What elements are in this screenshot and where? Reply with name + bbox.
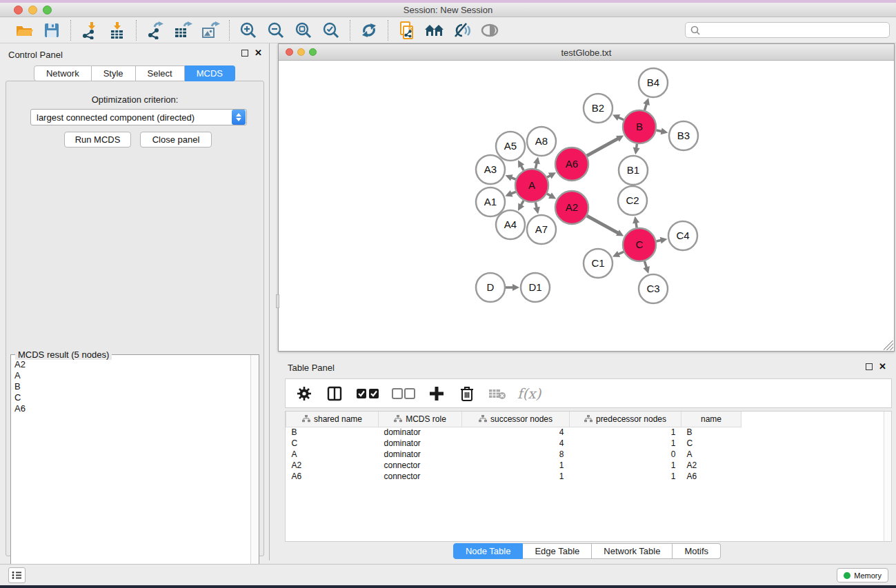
mcds-result-list[interactable]: A2ABCA6 [12,359,250,588]
tab-edge-table[interactable]: Edge Table [523,543,592,559]
table-row[interactable]: A2connector11A2 [286,460,741,471]
table-row[interactable]: Bdominator41B [286,427,741,438]
table-cell: dominator [379,427,462,438]
table-cell: connector [379,460,462,471]
result-item[interactable]: C [14,392,250,403]
plus-icon [429,386,444,401]
network-canvas[interactable]: B4B2BB3A8A5A6A3B1AC2A1A2A4A7C4CC1DD1C3 [279,61,894,351]
list-icon [12,571,22,580]
export-image-button[interactable] [199,20,221,41]
show-column-button[interactable] [324,383,345,404]
function-builder-button-disabled: f(x) [517,385,541,402]
tab-node-table[interactable]: Node Table [453,543,524,559]
tab-mcds[interactable]: MCDS [185,65,235,81]
delete-column-button[interactable] [457,383,477,404]
tab-motifs[interactable]: Motifs [673,543,721,559]
table-row[interactable]: A6connector11A6 [286,471,741,482]
zoom-out-icon [267,21,285,39]
search-field[interactable] [685,22,890,38]
zoom-out-button[interactable] [265,20,287,41]
table-cell: A6 [681,471,741,482]
zoom-in-icon [239,21,257,39]
column-header-name[interactable]: name [681,412,741,427]
node-label-A7: A7 [535,223,548,235]
edge-A6-B[interactable] [587,138,619,156]
close-table-panel-icon[interactable]: ✕ [879,363,886,370]
run-mcds-button[interactable]: Run MCDS [64,132,131,148]
import-network-button[interactable] [79,20,101,41]
node-label-C4: C4 [676,230,689,241]
trash-icon [459,385,475,402]
mcds-result-box: MCDS result (5 nodes) A2ABCA6 [10,354,259,588]
result-item[interactable]: B [14,381,250,392]
import-table-button[interactable] [106,20,128,41]
column-header-MCDS-role[interactable]: MCDS role [379,412,462,427]
network-window-title: testGlobe.txt [279,48,894,58]
tab-select[interactable]: Select [136,65,185,81]
column-header-shared-name[interactable]: shared name [286,412,379,427]
float-table-panel-icon[interactable] [866,363,873,370]
zoom-fit-icon [295,21,312,39]
node-table-grid[interactable]: shared nameMCDS rolesuccessor nodesprede… [286,412,741,482]
edge-arrowhead [533,156,540,164]
table-scrollbar[interactable] [884,412,891,541]
save-session-button[interactable] [41,20,63,41]
search-input[interactable] [701,24,889,37]
column-header-predecessor-nodes[interactable]: predecessor nodes [570,412,681,427]
zoom-selected-button[interactable] [320,20,342,41]
status-bar: Memory [0,564,896,585]
memory-button[interactable]: Memory [837,568,888,582]
export-network-button[interactable] [144,20,166,41]
table-cell: 1 [570,471,681,482]
table-delete-icon [488,387,506,401]
desktop-strip-bottom [0,585,896,588]
tab-network-table[interactable]: Network Table [592,543,673,559]
result-item[interactable]: A [14,370,250,381]
table-settings-button[interactable] [294,383,315,404]
add-column-button[interactable] [426,383,447,404]
node-label-A8: A8 [535,135,548,147]
toolbar-separator [136,20,137,41]
network-window-titlebar[interactable]: testGlobe.txt [279,44,894,61]
node-label-C3: C3 [646,283,659,294]
table-cell: A2 [681,460,741,471]
close-panel-icon[interactable]: ✕ [255,50,262,57]
float-panel-icon[interactable] [241,50,248,57]
toolbar-separator [70,20,71,41]
criterion-value: largest connected component (directed) [31,112,232,123]
table-row[interactable]: Adominator80A [286,449,741,460]
new-network-from-selection-button[interactable] [396,20,418,41]
select-all-button[interactable] [355,383,381,404]
table-cell: B [286,427,379,438]
close-panel-button[interactable]: Close panel [140,132,212,148]
mcds-result-title: MCDS result (5 nodes) [15,349,112,360]
result-scrollbar[interactable] [250,355,259,588]
deselect-all-button[interactable] [390,383,417,404]
node-label-D: D [487,281,495,293]
open-file-button[interactable] [13,20,35,41]
table-row[interactable]: Cdominator41C [286,438,741,449]
table-cell: 4 [462,438,570,449]
zoom-in-button[interactable] [237,20,259,41]
node-label-A5: A5 [504,140,517,152]
task-history-button[interactable] [8,567,26,583]
show-graphics-details-button[interactable] [479,20,501,41]
edge-A2-C[interactable] [587,216,619,234]
node-label-D1: D1 [528,281,541,293]
window-resize-grip[interactable] [884,341,893,350]
panel-divider-handle[interactable] [276,294,279,308]
first-neighbors-button[interactable] [424,20,446,41]
criterion-dropdown[interactable]: largest connected component (directed) [30,109,247,125]
apply-layout-button[interactable] [358,20,380,41]
result-item[interactable]: A2 [14,359,250,370]
zoom-fit-button[interactable] [292,20,315,41]
result-item[interactable]: A6 [14,403,250,414]
hide-annotations-button[interactable] [451,20,473,41]
column-header-successor-nodes[interactable]: successor nodes [462,412,570,427]
tab-network[interactable]: Network [34,65,92,81]
table-tabs: Node TableEdge TableNetwork TableMotifs [278,543,896,559]
refresh-icon [360,21,378,39]
export-table-button[interactable] [172,20,194,41]
node-label-A1: A1 [484,196,497,207]
tab-style[interactable]: Style [92,65,136,81]
